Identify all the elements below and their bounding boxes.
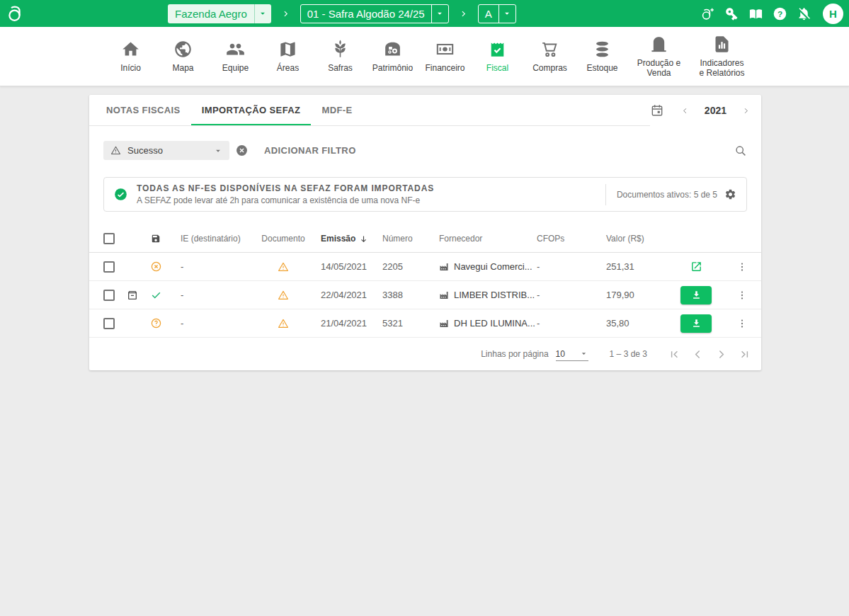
unit-selector-label: A [479, 8, 498, 20]
col-numero[interactable]: Número [377, 234, 432, 244]
row-menu-icon[interactable] [736, 261, 748, 273]
receipt-icon [488, 40, 507, 59]
top-bar: Fazenda Aegro 01 - Safra Algodão 24/25 A… [0, 0, 849, 27]
download-button[interactable] [680, 286, 712, 304]
cell-cfops: - [531, 290, 599, 300]
cart-icon [540, 40, 559, 59]
season-selector[interactable]: 01 - Safra Algodão 24/25 [300, 4, 449, 23]
table-header-row: IE (destinatário) Documento Emissão Núme… [89, 225, 761, 253]
download-icon [691, 290, 702, 300]
year-next-icon[interactable] [742, 107, 750, 115]
open-external-icon[interactable] [690, 261, 702, 273]
banner-subtitle: A SEFAZ pode levar até 2h para comunicar… [137, 195, 434, 205]
calendar-icon[interactable] [650, 103, 664, 118]
add-account-icon[interactable] [700, 6, 715, 21]
filter-chip-label: Sucesso [127, 145, 163, 156]
row-menu-icon[interactable] [736, 290, 748, 301]
farm-selector[interactable]: Fazenda Aegro [168, 4, 271, 23]
nav-item-mapa[interactable]: Mapa [159, 40, 208, 73]
row-checkbox[interactable] [103, 261, 115, 273]
gear-icon[interactable] [724, 188, 736, 200]
search-icon[interactable] [734, 144, 747, 157]
season-selector-caret[interactable] [431, 5, 448, 23]
col-documento[interactable]: Documento [261, 234, 304, 244]
document-warning-icon[interactable] [278, 261, 289, 273]
money-icon [435, 40, 455, 59]
farm-selector-caret[interactable] [254, 4, 271, 23]
silo-icon [649, 35, 668, 54]
tab-importacao-sefaz[interactable]: IMPORTAÇÃO SEFAZ [191, 95, 312, 125]
cell-valor: 35,80 [599, 318, 670, 329]
top-actions: H [700, 4, 843, 24]
row-menu-icon[interactable] [736, 318, 748, 329]
help-icon[interactable] [773, 6, 787, 21]
add-filter-button[interactable]: ADICIONAR FILTRO [264, 145, 356, 156]
cell-emissao: 21/04/2021 [314, 318, 377, 329]
nav-item-estoque[interactable]: Estoque [578, 40, 627, 73]
home-icon [121, 40, 140, 59]
prev-page-button[interactable] [689, 346, 706, 363]
content-card: NOTAS FISCAIS IMPORTAÇÃO SEFAZ MDF-E 202… [89, 95, 761, 370]
table-row: - 22/04/2021 3388 LIMBER DISTRIB... - 17… [89, 281, 761, 309]
unit-selector[interactable]: A [478, 4, 516, 23]
nav-item-patrimonio[interactable]: Patrimônio [368, 40, 418, 73]
cell-ie: - [169, 290, 252, 300]
archive-icon [127, 290, 138, 301]
cell-ie: - [169, 318, 252, 329]
tab-notas-fiscais[interactable]: NOTAS FISCAIS [96, 95, 191, 125]
nav-item-equipe[interactable]: Equipe [211, 40, 261, 73]
nav-item-producao-venda[interactable]: Produção e Venda [630, 35, 688, 79]
select-all-checkbox[interactable] [103, 233, 115, 244]
next-page-button[interactable] [712, 346, 729, 363]
cell-numero: 3388 [377, 290, 432, 300]
year-prev-icon[interactable] [681, 107, 689, 115]
nav-item-safras[interactable]: Safras [316, 40, 365, 73]
sort-desc-icon [359, 234, 368, 244]
cell-numero: 2205 [377, 261, 432, 272]
document-warning-icon[interactable] [278, 290, 289, 301]
guide-book-icon[interactable] [748, 6, 763, 21]
download-button[interactable] [680, 314, 712, 333]
clear-filter-icon[interactable] [236, 144, 248, 156]
col-ie[interactable]: IE (destinatário) [169, 234, 252, 244]
people-icon [226, 40, 245, 59]
notifications-off-icon[interactable] [797, 6, 811, 21]
main-nav: Início Mapa Equipe Áreas Safras Patrimôn… [0, 27, 849, 86]
wheat-icon [331, 40, 350, 59]
cell-fornecedor: LIMBER DISTRIB... [432, 290, 531, 300]
nav-item-fiscal[interactable]: Fiscal [473, 40, 523, 73]
nav-item-areas[interactable]: Áreas [263, 40, 313, 73]
avatar[interactable]: H [823, 4, 843, 24]
row-checkbox[interactable] [103, 290, 115, 301]
col-cfops[interactable]: CFOPs [531, 234, 599, 244]
document-warning-icon[interactable] [278, 318, 289, 329]
globe-icon [173, 40, 193, 59]
filter-chip[interactable]: Sucesso [103, 141, 229, 160]
rows-per-page-select[interactable]: 10 [556, 347, 588, 361]
col-fornecedor[interactable]: Fornecedor [432, 234, 531, 244]
nav-item-inicio[interactable]: Início [106, 40, 156, 73]
filter-row: Sucesso ADICIONAR FILTRO [89, 126, 761, 160]
warning-triangle-icon [110, 145, 121, 156]
cell-cfops: - [531, 318, 599, 329]
report-icon [712, 35, 731, 54]
aegro-logo-icon [6, 4, 25, 23]
first-page-button[interactable] [666, 346, 683, 363]
cell-numero: 5321 [377, 318, 432, 329]
col-valor[interactable]: Valor (R$) [599, 234, 670, 244]
nav-item-compras[interactable]: Compras [525, 40, 575, 73]
row-checkbox[interactable] [103, 318, 115, 329]
year-label: 2021 [705, 105, 727, 116]
col-emissao[interactable]: Emissão [314, 234, 377, 244]
nav-item-indicadores[interactable]: Indicadores e Relatórios [691, 35, 753, 79]
nav-item-financeiro[interactable]: Financeiro [421, 40, 470, 73]
breadcrumb-chevron-icon [282, 10, 290, 18]
documents-table: IE (destinatário) Documento Emissão Núme… [89, 225, 761, 370]
chevron-down-icon [213, 146, 223, 156]
last-page-button[interactable] [736, 346, 753, 363]
unit-selector-caret[interactable] [498, 5, 515, 23]
key-icon[interactable] [724, 6, 739, 21]
tab-mdf-e[interactable]: MDF-E [311, 95, 363, 125]
download-icon [691, 318, 702, 329]
cell-fornecedor: Navegui Comerci... [432, 261, 531, 272]
